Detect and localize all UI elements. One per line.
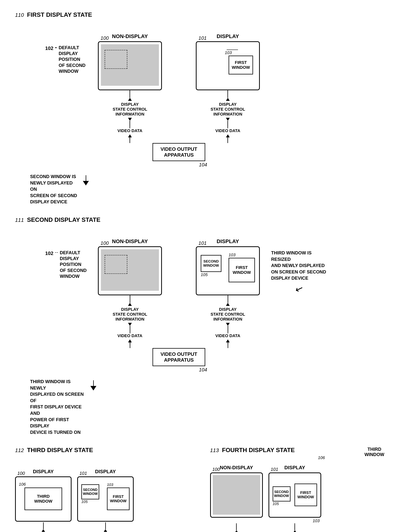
state1-label: FIRST DISPLAY STATE: [25, 11, 92, 18]
left-signals-1: DISPLAYSTATE CONTROLINFORMATION VIDEO DA…: [98, 90, 162, 143]
first-window-container-2: 103 FIRSTWINDOW: [229, 258, 255, 282]
left-screen-2: [101, 249, 159, 291]
state2-id: 111: [15, 217, 24, 223]
voa-row-2: VIDEO OUTPUTAPPARATUS 104: [45, 348, 390, 373]
ref-103-4: 103: [313, 518, 320, 523]
left-monitor-type-2: NON-DISPLAY: [112, 238, 148, 244]
diagonal-arrow-2: ↙: [294, 282, 305, 295]
left-monitor-col-4: NON-DISPLAY 100: [210, 465, 263, 518]
first-window-container-3: 103 FIRSTWINDOW: [107, 488, 129, 510]
third-window-label-4: THIRDWINDOW: [364, 447, 384, 457]
left-dsci-text-1: DISPLAYSTATE CONTROLINFORMATION: [113, 102, 147, 117]
left-monitor-3: 100 106 THIRDWINDOW: [15, 477, 72, 522]
first-window-4: FIRSTWINDOW: [295, 484, 317, 506]
state4-id: 113: [210, 447, 219, 453]
right-screen-1: 103 FIRSTWINDOW: [199, 44, 257, 86]
left-dsci-text-2: DISPLAYSTATE CONTROLINFORMATION: [113, 307, 147, 322]
right-monitor-col-4: 106 DISPLAY 101 SECONDWINDOW 105: [269, 465, 321, 523]
ref-105-2: 105: [201, 272, 208, 277]
left-signals-2: DISPLAYSTATE CONTROLINFORMATION VIDEO DA…: [98, 295, 162, 348]
right-screen-4: SECONDWINDOW 105 FIRSTWINDOW: [271, 475, 319, 515]
left-screen-1: [101, 44, 159, 86]
transition-text-1: SECOND WINDOW ISNEWLY DISPLAYED ONSCREEN…: [30, 173, 79, 205]
right-screen-2: SECONDWINDOW 105 103 FIRSTWINDOW: [199, 249, 257, 291]
left-screen-4: [213, 475, 260, 515]
ref-103-1: 103: [225, 50, 232, 55]
voa-box-1: VIDEO OUTPUTAPPARATUS: [153, 143, 205, 161]
ref-101-2: 101: [198, 240, 207, 246]
right-monitor-col-3: DISPLAY 101 SECONDWINDOW 105 103 FIRSTWI…: [77, 469, 134, 522]
signals-row-4: DISPLAYSTATE CONTROLINFORMATION VIDEO DA…: [210, 523, 390, 532]
right-monitor-1: 101 103 FIRSTWINDOW: [196, 41, 260, 90]
signals-row-3: DISPLAYSTATE CONTROLINFORMATION VIDEO DA…: [15, 522, 195, 532]
state3-label: THIRD DISPLAY STATE: [25, 447, 93, 453]
right-signals-1: DISPLAYSTATE CONTROLINFORMATION VIDEO DA…: [196, 90, 260, 143]
right-monitor-3: 101 SECONDWINDOW 105 103 FIRSTWINDOW: [77, 477, 134, 522]
right-monitor-2: 101 SECONDWINDOW 105 103 FIRSTWINDOW: [196, 246, 260, 295]
right-type-3: DISPLAY: [95, 469, 116, 475]
dashed-box-2: [105, 255, 127, 274]
right-vd-text-1: VIDEO DATA: [216, 128, 240, 133]
ref-100-3: 100: [17, 471, 25, 476]
ref-105-3: 105: [81, 500, 88, 504]
ref-104-1: 104: [199, 162, 207, 168]
state1-id: 110: [15, 12, 24, 18]
left-monitor-4: 100: [210, 472, 263, 518]
second-window-container-3: SECONDWINDOW 105: [81, 484, 99, 499]
left-vd-text-1: VIDEO DATA: [117, 128, 142, 133]
ref-103-3: 103: [107, 483, 113, 487]
second-window-4: SECONDWINDOW: [273, 486, 290, 501]
first-window-container-4: FIRSTWINDOW: [295, 484, 317, 506]
left-signals-3: DISPLAYSTATE CONTROLINFORMATION VIDEO DA…: [15, 522, 72, 532]
ref-104-2: 104: [199, 367, 207, 373]
ref-100-1: 100: [101, 35, 109, 41]
ref-102-label2: 102: [45, 250, 53, 256]
third-window-container-3: 106 THIRDWINDOW: [25, 488, 62, 510]
second-window-container-4: SECONDWINDOW 105: [273, 486, 290, 501]
ref-105-4: 105: [273, 502, 279, 506]
fourth-display-state: 113 FOURTH DISPLAY STATE THIRDWINDOW NON…: [210, 447, 390, 532]
first-display-state-section: 110 FIRST DISPLAY STATE 102 DEFAULTDISPL…: [15, 11, 390, 205]
default-display-pos-label1: DEFAULTDISPLAYPOSITIONOF SECONDWINDOW: [59, 45, 86, 74]
right-signals-3: DISPLAYSTATE CONTROLINFORMATION VIDEO DA…: [77, 522, 134, 532]
third-display-state: 112 THIRD DISPLAY STATE DISPLAY 100 106 …: [15, 447, 195, 532]
state2-label: SECOND DISPLAY STATE: [25, 216, 101, 223]
right-screen-3: SECONDWINDOW 105 103 FIRSTWINDOW: [80, 479, 131, 519]
ref-106-3: 106: [19, 482, 26, 487]
left-vd-text-2: VIDEO DATA: [117, 333, 142, 338]
ref-106-4: 106: [318, 455, 325, 460]
default-display-pos-label2: DEFAULTDISPLAYPOSITIONOF SECONDWINDOW: [60, 250, 87, 279]
right-monitor-4: 101 SECONDWINDOW 105 FIRSTWINDOW: [269, 472, 321, 518]
right-type-4: DISPLAY: [284, 465, 305, 470]
second-window-2: SECONDWINDOW: [201, 255, 221, 272]
ref-100-4: 100: [212, 467, 220, 472]
ref-101-1: 101: [198, 35, 207, 41]
bottom-states-section: 112 THIRD DISPLAY STATE DISPLAY 100 106 …: [15, 447, 390, 532]
voa-box-2: VIDEO OUTPUTAPPARATUS: [153, 348, 205, 366]
left-screen-3: 106 THIRDWINDOW: [18, 479, 69, 519]
right-monitor-type-1: DISPLAY: [217, 33, 239, 39]
third-window-ref-4: 106: [318, 455, 325, 460]
state3-id: 112: [15, 447, 24, 453]
transition-right-2: THIRD WINDOW IS RESIZEDAND NEWLY DISPLAY…: [271, 250, 328, 294]
first-window-3: FIRSTWINDOW: [107, 488, 129, 510]
ref-101-4: 101: [271, 467, 278, 472]
left-dsci-col-1: DISPLAYSTATE CONTROLINFORMATION VIDEO DA…: [113, 90, 147, 143]
transition-right-text-2: THIRD WINDOW IS RESIZEDAND NEWLY DISPLAY…: [271, 250, 328, 281]
second-window-3: SECONDWINDOW: [81, 484, 99, 499]
left-type-4: NON-DISPLAY: [220, 465, 253, 470]
right-vd-text-2: VIDEO DATA: [216, 333, 240, 338]
right-dsci-text-2: DISPLAYSTATE CONTROLINFORMATION: [210, 307, 245, 322]
third-window-3: THIRDWINDOW: [25, 488, 62, 510]
voa-container-1: VIDEO OUTPUTAPPARATUS 104: [147, 143, 211, 168]
right-signals-4: DISPLAYSTATE CONTROLINFORMATION VIDEO DA…: [269, 523, 321, 532]
transition-left-text-2: THIRD WINDOW IS NEWLYDISPLAYED ON SCREEN…: [30, 378, 87, 435]
left-monitor-1: 100: [98, 41, 162, 90]
right-monitor-type-2: DISPLAY: [217, 238, 239, 244]
ref-101-3: 101: [80, 471, 87, 476]
second-display-state-section: 111 SECOND DISPLAY STATE 102 DEFAULTDISP…: [15, 216, 390, 435]
left-signals-4: DISPLAYSTATE CONTROLINFORMATION VIDEO DA…: [210, 523, 263, 532]
first-window-2: FIRSTWINDOW: [229, 258, 255, 282]
transition-1: SECOND WINDOW ISNEWLY DISPLAYED ONSCREEN…: [30, 173, 390, 205]
left-monitor-col-3: DISPLAY 100 106 THIRDWINDOW: [15, 469, 72, 522]
